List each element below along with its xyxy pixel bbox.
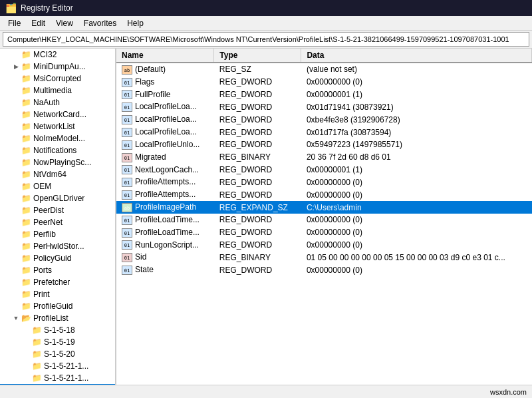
sidebar-item-minidumpaux[interactable]: ▶📁MiniDumpAu... — [0, 61, 115, 73]
sidebar-label: MiniDumpAu... — [33, 62, 86, 71]
reg-name-cell: 01Sid — [116, 251, 214, 264]
folder-icon: 📁 — [21, 242, 32, 251]
menu-item-file[interactable]: File — [3, 17, 26, 29]
folder-icon: 📁 — [21, 266, 32, 275]
menu-item-edit[interactable]: Edit — [26, 17, 51, 29]
sidebar-item-nowplayingsc[interactable]: 📁NowPlayingSc... — [0, 156, 115, 168]
table-row[interactable]: 01SidREG_BINARY01 05 00 00 00 00 00 05 1… — [116, 251, 532, 264]
sidebar-label: OEM — [33, 182, 51, 191]
folder-icon: 📁 — [21, 182, 32, 191]
sidebar-item-notifications[interactable]: 📁Notifications — [0, 144, 115, 156]
sidebar-item-s-1-5-19[interactable]: 📁S-1-5-19 — [0, 336, 115, 348]
reg-value-icon: 01 — [122, 178, 132, 187]
table-row[interactable]: 01LocalProfileUnlo...REG_DWORD0x59497223… — [116, 138, 532, 151]
folder-icon: 📁 — [21, 206, 32, 215]
reg-value-icon: 01 — [122, 140, 132, 150]
table-row[interactable]: 01LocalProfileLoa...REG_DWORD0xbe4fe3e8 … — [116, 113, 532, 126]
sidebar-label: ProfileList — [33, 313, 68, 323]
sidebar-item-prefetcher[interactable]: 📁Prefetcher — [0, 276, 115, 288]
reg-type-cell: REG_DWORD — [214, 89, 301, 101]
sidebar-item-networkcards[interactable]: 📁NetworkCard... — [0, 108, 115, 120]
sidebar-item-naauth[interactable]: 📁NaAuth — [0, 97, 115, 108]
reg-data-cell: 0x01d717fa (30873594) — [301, 126, 532, 138]
sidebar-label: S-1-5-19 — [44, 337, 75, 347]
folder-icon: 📁 — [21, 170, 32, 179]
reg-data-cell: 0x00000000 (0) — [301, 226, 532, 239]
table-row[interactable]: 01FlagsREG_DWORD0x00000000 (0) — [116, 76, 532, 89]
sidebar-item-perhwldstor[interactable]: 📁PerHwldStor... — [0, 240, 115, 252]
status-bar: wsxdn.com — [0, 385, 532, 398]
reg-name-cell: 01Flags — [116, 76, 214, 89]
sidebar-label: PeerDist — [33, 206, 64, 215]
reg-value-name: NextLogonCach... — [135, 165, 199, 174]
reg-value-icon: 01 — [122, 165, 132, 174]
sidebar-item-profileguid[interactable]: 📁ProfileGuid — [0, 300, 115, 312]
sidebar-label: NaAuth — [33, 98, 60, 107]
table-row[interactable]: 01NextLogonCach...REG_DWORD0x00000001 (1… — [116, 164, 532, 176]
reg-value-icon: ab — [122, 65, 132, 75]
reg-name-cell: 01LocalProfileLoa... — [116, 100, 214, 113]
sidebar-item-s-1-5-20[interactable]: 📁S-1-5-20 — [0, 348, 115, 360]
sidebar-item-networklist[interactable]: 📁NetworkList — [0, 120, 115, 132]
menu-item-favorites[interactable]: Favorites — [78, 17, 122, 29]
menu-item-help[interactable]: Help — [122, 17, 149, 29]
reg-value-icon: 01 — [122, 78, 132, 87]
reg-data-cell: 0x00000000 (0) — [301, 239, 532, 252]
sidebar-item-s-1-5-21-2[interactable]: 📁S-1-5-21-1... — [0, 372, 115, 384]
reg-data-cell: 0x00000001 (1) — [301, 89, 532, 101]
table-row[interactable]: 01LocalProfileLoa...REG_DWORD0x01d71941 … — [116, 100, 532, 113]
sidebar-label: S-1-5-21-1... — [44, 373, 88, 383]
table-row[interactable]: abProfileImagePathREG_EXPAND_SZC:\Users\… — [116, 201, 532, 214]
table-row[interactable]: 01MigratedREG_BINARY20 36 7f 2d 60 d8 d6… — [116, 151, 532, 164]
sidebar-item-multimedia[interactable]: 📁Multimedia — [0, 85, 115, 97]
reg-value-name: ProfileAttempts... — [135, 177, 196, 186]
sidebar-item-perflib[interactable]: 📁Perflib — [0, 228, 115, 240]
table-row[interactable]: 01RunLogonScript...REG_DWORD0x00000000 (… — [116, 239, 532, 252]
sidebar-item-msicorrupted[interactable]: 📁MsiCorrupted — [0, 73, 115, 85]
reg-name-cell: abProfileImagePath — [116, 201, 214, 214]
table-row[interactable]: 01StateREG_DWORD0x00000000 (0) — [116, 264, 532, 276]
table-row[interactable]: ab(Default)REG_SZ(value not set) — [116, 63, 532, 76]
sidebar-item-noimemodel[interactable]: 📁NoImeModel... — [0, 132, 115, 144]
table-row[interactable]: 01ProfileLoadTime...REG_DWORD0x00000000 … — [116, 214, 532, 226]
sidebar-item-ntvdm64[interactable]: 📁NtVdm64 — [0, 168, 115, 180]
sidebar-label: OpenGLDriver — [33, 194, 84, 203]
table-row[interactable]: 01LocalProfileLoa...REG_DWORD0x01d717fa … — [116, 126, 532, 138]
folder-icon: 📁 — [21, 86, 32, 95]
sidebar-item-print[interactable]: 📁Print — [0, 288, 115, 300]
menu-item-view[interactable]: View — [51, 17, 78, 29]
folder-icon: 📁 — [21, 62, 32, 71]
reg-type-cell: REG_DWORD — [214, 76, 301, 89]
sidebar-item-s-1-5-21-3-selected[interactable]: 📁S-1-5-21-3... — [0, 384, 115, 385]
table-row[interactable]: 01ProfileAttempts...REG_DWORD0x00000000 … — [116, 176, 532, 188]
sidebar: 📁MCI32▶📁MiniDumpAu...📁MsiCorrupted📁Multi… — [0, 49, 116, 385]
sidebar-item-s-1-5-21-1[interactable]: 📁S-1-5-21-1... — [0, 360, 115, 372]
sidebar-item-mci32[interactable]: 📁MCI32 — [0, 49, 115, 61]
expand-icon: ▼ — [11, 315, 21, 321]
sidebar-label: NowPlayingSc... — [33, 158, 91, 167]
reg-value-name: LocalProfileLoa... — [135, 114, 197, 124]
sidebar-label: NetworkCard... — [33, 110, 86, 119]
table-row[interactable]: 01FullProfileREG_DWORD0x00000001 (1) — [116, 89, 532, 101]
reg-value-name: (Default) — [135, 65, 166, 74]
sidebar-item-s-1-5-18[interactable]: 📁S-1-5-18 — [0, 324, 115, 336]
table-row[interactable]: 01ProfileAttempts...REG_DWORD0x00000000 … — [116, 188, 532, 201]
sidebar-item-profilelist[interactable]: ▼📂ProfileList — [0, 312, 115, 324]
reg-value-icon: 01 — [122, 266, 132, 275]
folder-icon: 📁 — [21, 301, 32, 311]
col-header-data: Data — [301, 49, 532, 63]
reg-name-cell: ab(Default) — [116, 63, 214, 76]
sidebar-label: ProfileGuid — [33, 301, 72, 311]
sidebar-item-ports[interactable]: 📁Ports — [0, 264, 115, 276]
sidebar-item-policyguid[interactable]: 📁PolicyGuid — [0, 252, 115, 264]
reg-value-name: ProfileLoadTime... — [135, 228, 200, 237]
sidebar-item-oem[interactable]: 📁OEM — [0, 180, 115, 192]
sidebar-item-peerdist[interactable]: 📁PeerDist — [0, 204, 115, 216]
reg-type-cell: REG_DWORD — [214, 138, 301, 151]
reg-value-name: LocalProfileUnlo... — [135, 140, 200, 149]
sidebar-item-opengldriver[interactable]: 📁OpenGLDriver — [0, 192, 115, 204]
reg-name-cell: 01Migrated — [116, 151, 214, 164]
sidebar-item-peernet[interactable]: 📁PeerNet — [0, 216, 115, 228]
table-row[interactable]: 01ProfileLoadTime...REG_DWORD0x00000000 … — [116, 226, 532, 239]
reg-data-cell: 01 05 00 00 00 00 00 05 15 00 00 00 03 d… — [301, 251, 532, 264]
